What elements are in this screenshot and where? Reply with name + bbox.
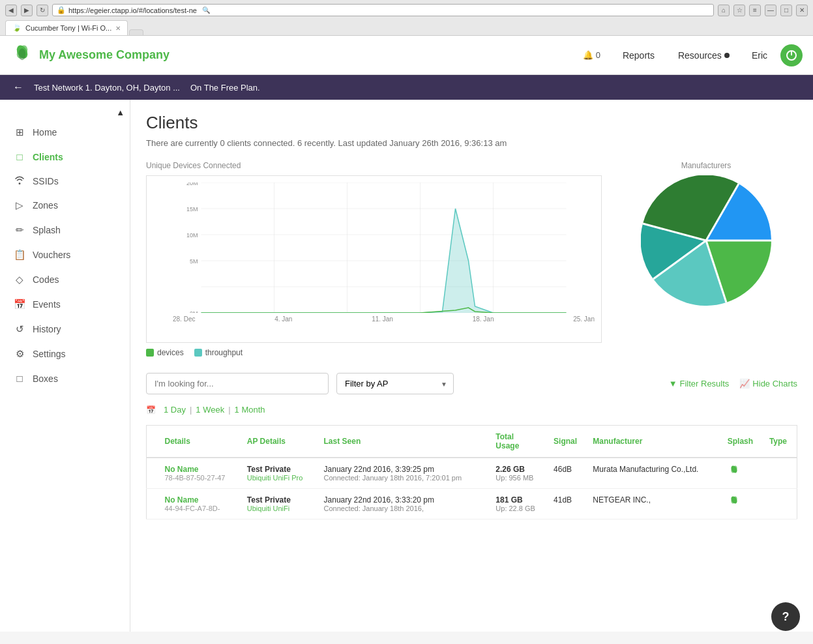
sidebar-item-settings[interactable]: ⚙ Settings: [0, 342, 130, 366]
star-button[interactable]: ☆: [733, 5, 745, 16]
th-splash: Splash: [722, 426, 764, 458]
chart-icon: 📈: [739, 379, 750, 388]
table-header-row: Details AP Details Last Seen TotalUsage …: [147, 426, 797, 458]
sidebar-item-history[interactable]: ↺ History: [0, 317, 130, 342]
manufacturers-title: Manufacturers: [615, 161, 797, 170]
top-nav-right: 🔔 0 Reports Resources Eric: [575, 44, 803, 66]
menu-button[interactable]: ≡: [749, 5, 761, 16]
row2-details-cell: No Name 44-94-FC-A7-8D-: [160, 489, 242, 520]
back-button[interactable]: ◀: [5, 5, 17, 16]
close-button[interactable]: ✕: [796, 5, 808, 16]
filters-row: Filter by AP ▼ Filter Results 📈 Hide Cha…: [146, 373, 797, 394]
sidebar-item-boxes[interactable]: □ Boxes: [0, 366, 130, 390]
sidebar-label-clients: Clients: [33, 152, 63, 162]
legend-devices-label: devices: [157, 348, 184, 357]
row1-status-cell: [147, 458, 160, 489]
row2-manufacturer-cell: NETGEAR INC.,: [587, 489, 722, 520]
active-tab[interactable]: 🍃 Cucumber Tony | Wi-Fi O... ✕: [5, 20, 128, 35]
help-button[interactable]: ?: [771, 602, 800, 631]
row2-date-secondary: Connected: January 18th 2016,: [324, 505, 486, 512]
page-title: Clients: [146, 113, 797, 133]
wifi-icon: [14, 175, 25, 184]
address-bar[interactable]: 🔒 https://egeier.ctapp.io/#/locations/te…: [52, 4, 714, 16]
sidebar-label-settings: Settings: [33, 349, 66, 359]
sidebar-item-events[interactable]: 📅 Events: [0, 292, 130, 317]
clients-table: Details AP Details Last Seen TotalUsage …: [146, 425, 797, 520]
chart-title: Unique Devices Connected: [146, 161, 602, 170]
filter-results-button[interactable]: ▼ Filter Results: [669, 379, 730, 388]
zones-icon: ▷: [13, 199, 26, 211]
row2-usage-total: 181 GB: [495, 495, 543, 505]
back-arrow-icon[interactable]: ←: [13, 81, 23, 93]
status-text: There are currently 0 clients connected.…: [146, 138, 797, 148]
svg-point-27: [730, 465, 738, 474]
row1-ap-model: Ubiquiti UniFi Pro: [247, 474, 314, 482]
refresh-button[interactable]: ↻: [37, 5, 48, 16]
forward-button[interactable]: ▶: [21, 5, 33, 16]
svg-text:10M: 10M: [186, 232, 198, 239]
minimize-button[interactable]: —: [765, 5, 776, 16]
sidebar-item-clients[interactable]: □ Clients: [0, 145, 130, 169]
pie-chart-container: [615, 175, 797, 306]
month-filter-link[interactable]: 1 Month: [235, 405, 265, 415]
ap-filter-select[interactable]: Filter by AP: [336, 373, 454, 394]
th-total-usage: TotalUsage: [490, 426, 548, 458]
row1-ap-name: Test Private: [247, 465, 314, 474]
inactive-tab[interactable]: [129, 29, 143, 35]
sidebar-item-splash[interactable]: ✏ Splash: [0, 218, 130, 242]
svg-point-2: [19, 48, 26, 60]
table-row: No Name 78-4B-87-50-27-47 Test Private U…: [147, 458, 797, 489]
sidebar-label-ssids: SSIDs: [33, 176, 59, 186]
sidebar-label-splash: Splash: [33, 225, 61, 235]
browser-controls: ◀ ▶ ↻ 🔒 https://egeier.ctapp.io/#/locati…: [5, 4, 808, 16]
search-input[interactable]: [146, 373, 329, 394]
svg-text:15M: 15M: [186, 206, 198, 212]
day-filter-link[interactable]: 1 Day: [164, 405, 186, 415]
x-label-1: 4. Jan: [274, 315, 292, 323]
sidebar-item-vouchers[interactable]: 📋 Vouchers: [0, 242, 130, 267]
main-layout: ▲ ⊞ Home □ Clients SSIDs ▷ Zones ✏: [0, 100, 813, 632]
maximize-button[interactable]: □: [780, 5, 792, 16]
settings-icon: ⚙: [13, 348, 26, 360]
reports-link[interactable]: Reports: [613, 45, 664, 66]
chart-x-labels: 28. Dec 4. Jan 11. Jan 18. Jan 25. Jan: [173, 315, 595, 323]
row1-usage-cell: 2.26 GB Up: 956 MB: [490, 458, 548, 489]
row1-client-name[interactable]: No Name: [165, 465, 237, 474]
week-filter-link[interactable]: 1 Week: [196, 405, 224, 415]
legend-devices: devices: [146, 348, 184, 357]
th-status: [147, 426, 160, 458]
brand[interactable]: My Awesome Company: [10, 44, 575, 67]
help-icon: ?: [782, 610, 790, 624]
row2-signal-cell: 41dB: [548, 489, 587, 520]
sidebar-label-events: Events: [33, 299, 61, 310]
network-name: Test Network 1. Dayton, OH, Dayton ...: [34, 83, 180, 93]
ap-filter-wrapper: Filter by AP: [336, 373, 454, 394]
tab-close-icon[interactable]: ✕: [115, 25, 121, 32]
th-manufacturer: Manufacturer: [587, 426, 722, 458]
row2-ap-cell: Test Private Ubiquiti UniFi: [242, 489, 319, 520]
row2-ap-name: Test Private: [247, 495, 314, 505]
sidebar-collapse-button[interactable]: ▲: [0, 105, 130, 120]
power-button[interactable]: [780, 44, 803, 66]
hide-charts-button[interactable]: 📈 Hide Charts: [739, 379, 797, 388]
home-button[interactable]: ⌂: [718, 5, 730, 16]
resources-label: Resources: [678, 50, 722, 61]
sidebar-item-zones[interactable]: ▷ Zones: [0, 193, 130, 218]
table-body: No Name 78-4B-87-50-27-47 Test Private U…: [147, 458, 797, 520]
x-label-4: 25. Jan: [573, 315, 595, 323]
table-header: Details AP Details Last Seen TotalUsage …: [147, 426, 797, 458]
resources-link[interactable]: Resources: [669, 45, 739, 66]
x-label-3: 18. Jan: [473, 315, 494, 323]
row2-usage-cell: 181 GB Up: 22.8 GB: [490, 489, 548, 520]
row2-client-name[interactable]: No Name: [165, 495, 237, 505]
home-icon: ⊞: [13, 126, 26, 138]
sidebar-item-home[interactable]: ⊞ Home: [0, 120, 130, 145]
brand-logo-icon: [10, 44, 34, 67]
sidebar-item-codes[interactable]: ◇ Codes: [0, 267, 130, 292]
row1-type-cell: [764, 458, 797, 489]
row1-splash-icon: [728, 469, 741, 480]
th-type: Type: [764, 426, 797, 458]
pie-chart-svg: [641, 175, 771, 306]
notifications-bell[interactable]: 🔔 0: [575, 45, 608, 65]
sidebar-item-ssids[interactable]: SSIDs: [0, 169, 130, 193]
